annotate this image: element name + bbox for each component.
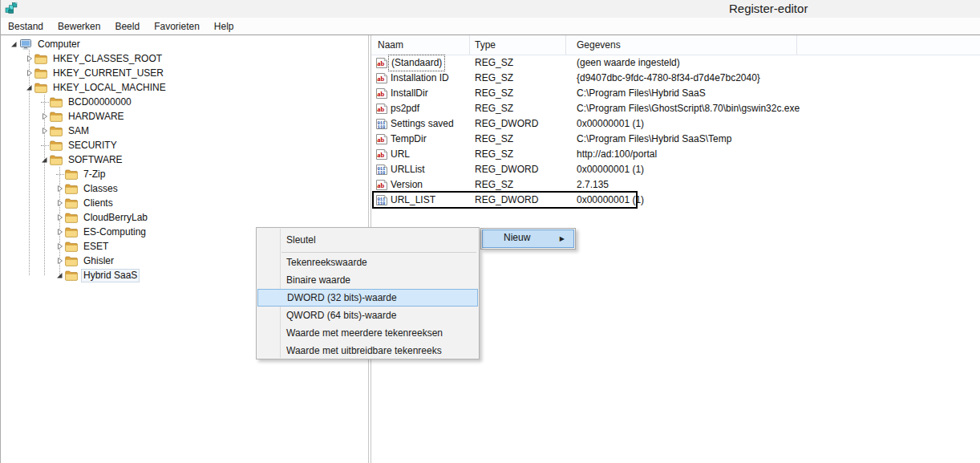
tree-item-sam[interactable]: SAM [1, 124, 368, 138]
tree-item-software[interactable]: SOFTWARE [1, 152, 368, 167]
registry-value-row-url[interactable]: abURLREG_SZhttp://ad:100/portal [371, 147, 980, 162]
values-header: NaamTypeGegevens [371, 35, 980, 55]
menubar: BestandBewerkenBeeldFavorietenHelp [1, 18, 980, 35]
tree-item-label: Ghisler [81, 255, 116, 267]
column-header-type[interactable]: Type [470, 35, 566, 55]
menubar-item-bestand[interactable]: Bestand [1, 18, 51, 35]
tree-item-hkey-current-user[interactable]: HKEY_CURRENT_USER [1, 66, 368, 80]
menu-item-nieuw[interactable]: Nieuw ▶ [482, 229, 574, 248]
tree-item-cloudberrylab[interactable]: CloudBerryLab [1, 210, 368, 225]
menu-item-qword-64-bits-waarde[interactable]: QWORD (64 bits)-waarde [258, 307, 477, 324]
expand-expander-icon[interactable] [55, 241, 65, 252]
titlebar[interactable]: Register-editor [1, 0, 980, 18]
value-data: 0x00000001 (1) [577, 162, 644, 177]
tree-item-7-zip[interactable]: 7-Zip [1, 167, 368, 181]
collapse-expander-icon[interactable] [24, 82, 34, 93]
value-data: 0x00000001 (1) [577, 193, 644, 208]
tree-item-label: Clients [81, 197, 115, 209]
menu-item-waarde-met-meerdere-tekenreeksen[interactable]: Waarde met meerdere tekenreeksen [258, 324, 477, 342]
string-value-icon: ab [376, 180, 387, 190]
registry-value-row-settings-saved[interactable]: 011110Settings savedREG_DWORD0x00000001 … [371, 116, 980, 132]
tree-item-hardware[interactable]: HARDWARE [1, 109, 368, 124]
folder-icon [65, 183, 81, 194]
folder-icon [50, 111, 66, 122]
folder-icon [50, 154, 66, 165]
svg-text:ab: ab [377, 136, 384, 144]
value-data: C:\Program Files\Hybrid SaaS [577, 86, 706, 101]
value-data: http://ad:100/portal [577, 147, 657, 162]
tree-item-security[interactable]: SECURITY [1, 138, 368, 152]
tree-connector [39, 140, 50, 151]
value-type: REG_SZ [475, 177, 513, 193]
registry-value-row-tempdir[interactable]: abTempDirREG_SZC:\Program Files\Hybrid S… [371, 132, 980, 147]
collapse-expander-icon[interactable] [55, 270, 65, 281]
menubar-item-favorieten[interactable]: Favorieten [147, 18, 207, 35]
menubar-item-beeld[interactable]: Beeld [107, 18, 147, 35]
folder-icon [34, 53, 51, 64]
expand-expander-icon[interactable] [55, 226, 65, 238]
tree-item-computer[interactable]: Computer [1, 37, 368, 51]
column-header-naam[interactable]: Naam [371, 35, 470, 55]
registry-value-row-installdir[interactable]: abInstallDirREG_SZC:\Program Files\Hybri… [371, 86, 980, 101]
expand-expander-icon[interactable] [24, 53, 34, 64]
folder-icon [34, 82, 51, 93]
menubar-item-bewerken[interactable]: Bewerken [51, 18, 107, 35]
expand-expander-icon[interactable] [55, 255, 65, 266]
folder-icon [65, 169, 81, 180]
value-type: REG_SZ [475, 132, 513, 147]
menu-item-waarde-met-uitbreidbare-tekenreeks[interactable]: Waarde met uitbreidbare tekenreeks [258, 342, 477, 359]
value-type: REG_DWORD [475, 116, 538, 132]
tree-item-clients[interactable]: Clients [1, 196, 368, 210]
registry-value-row-url-list[interactable]: 011110URL_LISTREG_DWORD0x00000001 (1) [371, 193, 980, 208]
expand-expander-icon[interactable] [39, 111, 50, 122]
string-value-icon: ab [376, 104, 387, 114]
expand-expander-icon[interactable] [24, 67, 34, 79]
string-value-icon: ab [376, 88, 387, 99]
menu-item-sleutel[interactable]: Sleutel [258, 229, 477, 250]
tree-connector [39, 96, 50, 108]
menu-item-label: Nieuw [504, 232, 530, 243]
menu-item-tekenreekswaarde[interactable]: Tekenreekswaarde [258, 254, 477, 271]
menubar-item-help[interactable]: Help [207, 18, 241, 35]
svg-text:110: 110 [377, 170, 386, 175]
menu-item-binaire-waarde[interactable]: Binaire waarde [258, 271, 477, 289]
tree-item-label: SOFTWARE [66, 154, 125, 166]
menu-item-dword-32-bits-waarde[interactable]: DWORD (32 bits)-waarde [257, 289, 478, 307]
svg-text:ab: ab [377, 151, 384, 159]
registry-value-row-standaard[interactable]: ab(Standaard)REG_SZ(geen waarde ingestel… [371, 55, 980, 71]
tree-item-hkey-classes-root[interactable]: HKEY_CLASSES_ROOT [1, 51, 368, 66]
tree-item-label: BCD00000000 [66, 96, 134, 108]
dword-value-icon: 011110 [376, 119, 387, 129]
computer-icon [19, 39, 35, 50]
value-name: Settings saved [391, 116, 454, 132]
value-name: TempDir [391, 132, 427, 147]
menu-separator [281, 252, 476, 253]
string-value-icon: ab [376, 73, 387, 83]
tree-item-hkey-local-machine[interactable]: HKEY_LOCAL_MACHINE [1, 80, 368, 95]
svg-text:ab: ab [377, 181, 384, 189]
column-header-gegevens[interactable]: Gegevens [566, 35, 797, 55]
expand-expander-icon[interactable] [55, 212, 65, 223]
tree-item-label: ESET [81, 241, 111, 253]
collapse-expander-icon[interactable] [9, 39, 19, 50]
submenu-arrow-icon: ▶ [560, 231, 565, 246]
registry-value-row-version[interactable]: abVersionREG_SZ2.7.135 [371, 177, 980, 193]
expand-expander-icon[interactable] [55, 183, 65, 194]
tree-item-label: HKEY_CURRENT_USER [51, 67, 166, 79]
tree-item-bcd00000000[interactable]: BCD00000000 [1, 95, 368, 109]
svg-text:ab: ab [377, 75, 384, 83]
value-type: REG_SZ [475, 55, 513, 71]
tree-item-classes[interactable]: Classes [1, 181, 368, 196]
expand-expander-icon[interactable] [55, 197, 65, 209]
tree-item-label: SECURITY [66, 140, 119, 152]
tree-item-label: SAM [66, 125, 91, 137]
expand-expander-icon[interactable] [39, 125, 50, 136]
registry-value-row-urllist[interactable]: 011110URLListREG_DWORD0x00000001 (1) [371, 162, 980, 177]
svg-text:110: 110 [377, 201, 386, 205]
svg-text:ab: ab [377, 90, 384, 98]
registry-value-row-installation-id[interactable]: abInstallation IDREG_SZ{d9407dbc-9fdc-47… [371, 71, 980, 86]
collapse-expander-icon[interactable] [39, 154, 50, 165]
registry-value-row-ps2pdf[interactable]: abps2pdfREG_SZC:\Program Files\GhostScri… [371, 101, 980, 116]
value-data: C:\Program Files\GhostScript\8.70\bin\gs… [577, 101, 800, 116]
value-data: {d9407dbc-9fdc-4780-8f34-d7d4e7bc2040} [577, 71, 760, 86]
